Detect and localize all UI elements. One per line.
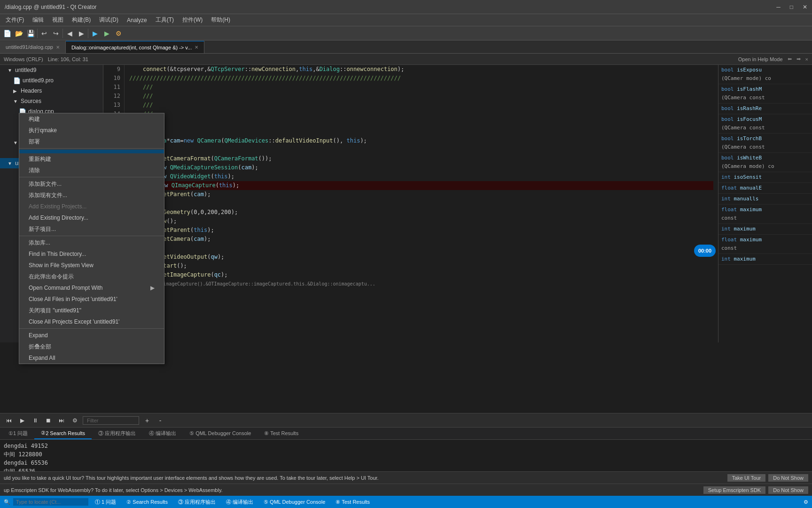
code-content[interactable]: connect(&tcpserver,&QTcpServer::newConne… [125,65,718,342]
right-item-9: int manualls [718,194,812,205]
ctx-add-new-file[interactable]: 添加新文件... [19,178,164,190]
bottom-tab-search-results[interactable]: ② 2 Search Results [34,428,92,439]
ctx-clean[interactable]: 清除 [19,165,164,176]
ctx-expand-all[interactable]: Expand All [19,352,164,364]
right-item-1: bool isExposu (QCamer mode) co [718,65,812,84]
minimize-btn[interactable]: ─ [776,4,781,10]
sources-arrow-icon: ▼ [13,99,19,104]
ctx-build[interactable]: 构建 [19,113,164,125]
ctx-show-filesystem[interactable]: Show in File System View [19,260,164,271]
pause-btn[interactable]: ⏸ [30,415,40,426]
debug-btn[interactable]: ⚙ [113,28,124,39]
sidebar-item-sources[interactable]: ▼ Sources [0,96,103,106]
ctx-sep-4 [19,328,164,329]
title-bar: /dialog.cpp @ untitled91 - Qt Creator ─ … [0,0,812,14]
run-btn[interactable]: ▶ [102,28,112,39]
ctx-highlighted-item[interactable] [19,150,164,153]
close-btn[interactable]: ✕ [803,4,807,10]
menu-build[interactable]: 构建(B) [68,15,94,25]
status-problems[interactable]: ① 1 问题 [91,499,120,506]
ctx-find-in-dir[interactable]: Find in This Directory... [19,248,164,260]
take-ui-tour-btn[interactable]: Take UI Tour [727,474,766,482]
info-btn-1[interactable]: ⬅ [788,56,792,62]
tab-dialog-oncapture-close[interactable]: ✕ [195,45,198,50]
ctx-open-cmd-with[interactable]: Open Command Prompt With ▶ [19,282,164,294]
maximize-btn[interactable]: □ [790,4,793,10]
status-settings-icon[interactable]: ⚙ [804,499,808,505]
code-line-32: ...->setImageCapture(qc); [129,270,713,279]
right-item-5: bool isTorchB (QCamera const [718,134,812,153]
open-btn[interactable]: 📂 [14,28,24,39]
tab-dialog-cpp[interactable]: untitled91/dialog.cpp ✕ [0,41,66,53]
redo-btn[interactable]: ↪ [51,28,61,39]
bottom-tabs: ① 1 问题 ② 2 Search Results ③ 应用程序输出 ④ 编译输… [0,427,812,439]
ctx-rebuild[interactable]: 重新构建 [19,153,164,165]
open-help-mode[interactable]: Open in Help Mode [738,56,783,62]
sidebar-item-pro[interactable]: 📄 untitled9.pro [0,75,103,86]
build-btn[interactable]: ▶ [90,28,100,39]
ctx-add-existing-dir[interactable]: Add Existing Directory... [19,212,164,223]
status-test-results[interactable]: ⑧ Test Results [332,499,374,505]
sidebar-item-headers[interactable]: ▶ Headers [0,86,103,96]
menu-bar: 文件(F) 编辑 视图 构建(B) 调试(D) Analyze 工具(T) 控件… [0,14,812,26]
menu-tools[interactable]: 工具(T) [152,15,178,25]
ctx-expand[interactable]: Expand [19,330,164,341]
bottom-tab-compile-output[interactable]: ④ 编译输出 [142,428,183,439]
ctx-run-qmake[interactable]: 执行qmake [19,125,164,136]
ctx-close-project[interactable]: 关闭项目 "untitled91" [19,305,164,316]
bottom-tab-test-results[interactable]: ⑧ Test Results [258,428,305,439]
bottom-tab-app-output[interactable]: ③ 应用程序输出 [92,428,142,439]
ctx-add-existing-file[interactable]: 添加现有文件... [19,190,164,201]
tab-dialog-oncapture[interactable]: Dialog::onimagecaptured(int, const QImag… [66,41,204,53]
status-search-results[interactable]: ② Search Results [123,499,172,505]
code-line-33: ...ect(qcs->imageCapture().&OTImageCaptu… [129,279,713,288]
filter-remove-btn[interactable]: - [155,415,165,426]
code-editor: 9 10 11 12 13 14 15 16 17 18 19 20 21 22… [103,65,718,342]
run-play-btn[interactable]: ▶ [17,415,27,426]
sidebar-label-pro: untitled9.pro [23,77,54,84]
info-btn-3[interactable]: × [805,56,808,62]
ctx-collapse-all[interactable]: 折叠全部 [19,341,164,352]
menu-file[interactable]: 文件(F) [2,15,28,25]
menu-view[interactable]: 视图 [48,15,67,25]
info-btn-2[interactable]: ➡ [796,56,801,62]
step-btn[interactable]: ⏭ [56,415,67,426]
bottom-tab-qml-debugger[interactable]: ⑤ QML Debugger Console [183,428,258,439]
submenu-arrow-icon: ▶ [150,285,155,291]
save-btn[interactable]: 💾 [25,28,36,39]
back-btn[interactable]: ◀ [64,28,75,39]
arrow-icon: ▼ [8,68,13,73]
menu-debug[interactable]: 调试(D) [95,15,122,25]
right-panel: bool isExposu (QCamer mode) co bool isFl… [718,65,812,342]
forward-btn[interactable]: ▶ [76,28,86,39]
type-to-locate-input[interactable] [13,498,88,506]
sidebar-item-untitled9[interactable]: ▼ untitled9 [0,65,103,75]
code-line-20: ...=new QMediaCaptureSession(cam); [129,163,713,172]
windows-crlf-label: Windows (CRLF) [4,56,43,62]
filter-add-btn[interactable]: + [142,415,152,426]
status-app-output[interactable]: ③ 应用程序输出 [174,499,219,506]
menu-help[interactable]: 帮助(H) [207,15,234,25]
ctx-close-all-files[interactable]: Close All Files in Project 'untitled91' [19,294,164,305]
settings-btn[interactable]: ⚙ [70,415,80,426]
ctx-deploy[interactable]: 部署 [19,136,164,147]
play-btn[interactable]: ⏮ [4,415,14,426]
undo-btn[interactable]: ↩ [39,28,49,39]
tab-dialog-cpp-close[interactable]: ✕ [56,45,60,50]
menu-analyze[interactable]: Analyze [123,16,151,24]
status-compile-output[interactable]: ④ 编译输出 [222,499,257,506]
menu-edit[interactable]: 编辑 [29,15,47,25]
new-file-btn[interactable]: 📄 [2,28,12,39]
status-qml-debugger[interactable]: ⑤ QML Debugger Console [260,499,329,505]
bottom-tab-problems[interactable]: ① 1 问题 [2,428,34,439]
ctx-new-subproject[interactable]: 新子项目... [19,223,164,235]
code-line-30: ...->setVideoOutput(qw); [129,253,713,262]
stop-btn[interactable]: ⏹ [43,415,54,426]
setup-emscripten-btn[interactable]: Setup Emscripten SDK [703,486,766,494]
ctx-add-library[interactable]: 添加库... [19,237,164,248]
menu-controls[interactable]: 控件(W) [179,15,206,25]
ctx-close-all-except[interactable]: Close All Projects Except 'untitled91' [19,316,164,327]
do-not-show-2-btn[interactable]: Do Not Show [768,486,808,494]
do-not-show-1-btn[interactable]: Do Not Show [768,474,808,482]
ctx-popup-cmd[interactable]: 在此弹出命令提示 [19,271,164,282]
